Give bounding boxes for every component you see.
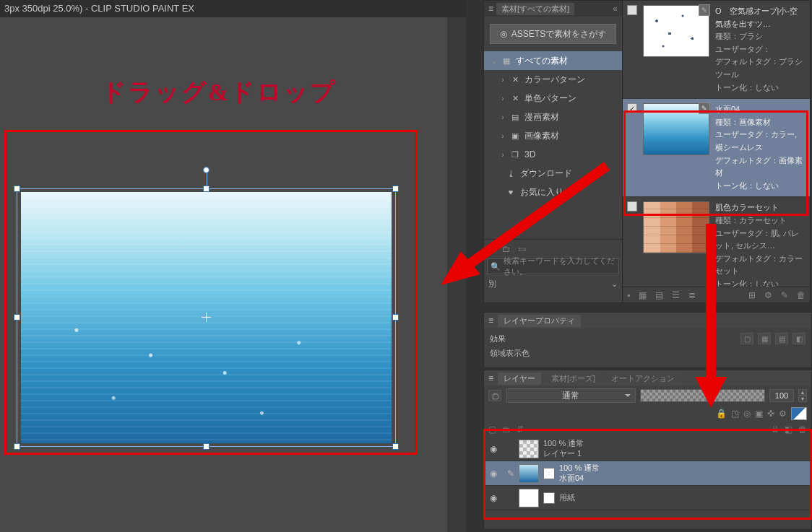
layers-header[interactable]: ≡ レイヤー 素材[ポーズ] オートアクション <box>484 370 811 386</box>
clip-icon[interactable]: ◳ <box>731 409 739 419</box>
effect-icons: ▢ ▦ ▤ ◧ <box>740 333 805 344</box>
meta-value: しない <box>755 83 779 92</box>
material-meta: O 空気感オーブ|小-空気感を出すツ… 種類：ブラシ ユーザータグ： デフォルト… <box>715 5 805 94</box>
search-icon: 🔍 <box>491 262 501 271</box>
download-icon: ⭳ <box>506 168 516 178</box>
expand-icon[interactable]: › <box>500 76 506 84</box>
assets-button-label: ASSETSで素材をさがす <box>511 28 606 40</box>
tree-item-image[interactable]: › ▣ 画像素材 <box>484 126 622 145</box>
expand-icon[interactable]: › <box>500 113 506 121</box>
blend-mode-label: 通常 <box>562 390 579 402</box>
opacity-value[interactable]: 100 <box>769 389 794 402</box>
material-item[interactable]: ✎ O 空気感オーブ|小-空気感を出すツ… 種類：ブラシ ユーザータグ： デフォ… <box>623 1 810 99</box>
meta-label: ユーザータグ： <box>715 45 771 53</box>
tree-label: 単色パターン <box>524 92 576 105</box>
material-footer-icons: ⎘ 🗀 ▭ <box>487 243 619 256</box>
expand-icon[interactable]: › <box>500 132 506 140</box>
material-panel-header[interactable]: ≡ 素材[すべての素材] « <box>484 1 622 17</box>
layer-property-tab[interactable]: レイヤープロパティ <box>498 315 581 327</box>
effect-color-icon[interactable]: ▤ <box>775 333 788 344</box>
badge-icon: ✎ <box>699 4 710 16</box>
view-small-icon[interactable]: ▪ <box>627 290 630 300</box>
material-checkbox[interactable] <box>627 5 637 94</box>
effect-tone-icon[interactable]: ▦ <box>758 333 771 344</box>
tree-label: すべての素材 <box>516 55 568 67</box>
folder-icon[interactable]: 🗀 <box>502 244 511 254</box>
view-med-icon[interactable]: ▦ <box>639 290 647 300</box>
window-title: 3px 350dpi 25.0%) - CLIP STUDIO PAINT EX <box>0 0 466 17</box>
color-indicator[interactable] <box>791 407 807 420</box>
tree-item-download[interactable]: ⭳ ダウンロード <box>484 164 622 183</box>
tree-item-manga[interactable]: › ▤ 漫画素材 <box>484 108 622 126</box>
material-filter-row[interactable]: 別 ⌄ <box>487 277 619 290</box>
tree-label: 画像素材 <box>524 130 559 142</box>
right-panels: ≡ 素材[すべての素材] « ◎ ASSETSで素材をさがす ⌄ ▦ すべての素… <box>479 0 812 532</box>
opacity-spinner[interactable]: ▲▼ <box>798 389 807 402</box>
meta-label: 種類： <box>715 216 739 224</box>
tree-label: お気に入り <box>520 186 563 199</box>
layers-tab[interactable]: レイヤー <box>498 372 541 385</box>
meta-label: デフォルトタグ： <box>715 57 779 66</box>
effect-border-icon[interactable]: ▢ <box>740 333 753 344</box>
tree-item-favorite[interactable]: ♥ お気に入り <box>484 183 622 201</box>
region-row: 領域表示色 <box>490 346 805 360</box>
tab-autoaction[interactable]: オートアクション <box>605 372 681 385</box>
view-large-icon[interactable]: ▤ <box>655 290 663 300</box>
rename-icon[interactable]: ✎ <box>781 290 788 300</box>
material-search[interactable]: 🔍 検索キーワードを入力してください。 <box>487 258 619 274</box>
ref-icon[interactable]: ◎ <box>743 409 751 419</box>
annotation-highlight-canvas <box>4 130 418 455</box>
meta-label: トーン化： <box>715 279 755 287</box>
meta-label: 種類： <box>715 32 739 40</box>
tab-pose[interactable]: 素材[ポーズ] <box>545 372 601 385</box>
tree-item-mono-pattern[interactable]: › ✕ 単色パターン <box>484 89 622 108</box>
material-thumbnail[interactable]: ✎ <box>643 5 709 57</box>
collapse-icon[interactable]: « <box>613 4 618 14</box>
expand-icon[interactable]: ⌄ <box>491 57 497 65</box>
material-tree-list[interactable]: ⌄ ▦ すべての素材 › ✕ カラーパターン › ✕ 単色パターン › ▤ <box>484 51 622 239</box>
up-icon[interactable]: ▲ <box>798 389 807 396</box>
menu-icon[interactable]: ≡ <box>488 373 493 383</box>
meta-value: カラーセット <box>739 216 787 224</box>
assets-search-button[interactable]: ◎ ASSETSで素材をさがす <box>490 24 616 44</box>
effect-extract-icon[interactable]: ◧ <box>792 333 805 344</box>
manga-icon: ▤ <box>510 112 520 122</box>
meta-label: デフォルトタグ： <box>715 254 779 263</box>
layer-property-header[interactable]: ≡ レイヤープロパティ <box>484 313 811 328</box>
expand-icon[interactable]: › <box>500 95 506 103</box>
lock-icon[interactable]: 🔒 <box>716 409 727 419</box>
gear-icon[interactable]: ⚙ <box>779 409 787 419</box>
expand-icon[interactable]: › <box>500 151 506 159</box>
tree-label: 3D <box>524 149 535 160</box>
prop-icon[interactable]: ⚙ <box>764 290 772 300</box>
assets-icon: ◎ <box>500 29 507 39</box>
pattern-icon: ✕ <box>510 74 520 84</box>
tree-label: ダウンロード <box>520 167 572 180</box>
image-icon: ▣ <box>510 131 520 141</box>
delete-icon[interactable]: 🗑 <box>797 290 805 300</box>
annotation-highlight-material <box>623 110 808 216</box>
menu-icon[interactable]: ≡ <box>488 315 493 326</box>
down-icon[interactable]: ▼ <box>798 396 807 402</box>
tree-item-color-pattern[interactable]: › ✕ カラーパターン <box>484 70 622 89</box>
mask-icon[interactable]: ▣ <box>755 409 763 419</box>
tree-label: カラーパターン <box>524 74 585 86</box>
blend-mode-select[interactable]: 通常 <box>506 388 636 403</box>
page-icon[interactable]: ▭ <box>518 244 526 254</box>
tree-item-all[interactable]: ⌄ ▦ すべての素材 <box>484 51 622 70</box>
opacity-slider[interactable] <box>640 389 765 402</box>
ruler-icon[interactable]: ✜ <box>767 409 774 419</box>
view-detail-icon[interactable]: ≣ <box>688 290 696 300</box>
filter-label: 別 <box>488 279 496 289</box>
tree-item-3d[interactable]: › ❒ 3D <box>484 145 622 164</box>
material-tree: ≡ 素材[すべての素材] « ◎ ASSETSで素材をさがす ⌄ ▦ すべての素… <box>484 1 623 302</box>
chevron-down-icon[interactable]: ⌄ <box>611 279 618 289</box>
layer-mode-btn[interactable]: ▢ <box>488 390 501 401</box>
new-icon[interactable]: ⊞ <box>748 290 756 300</box>
view-list-icon[interactable]: ☰ <box>672 290 680 300</box>
canvas-scrollbar-vertical[interactable] <box>447 17 466 532</box>
material-tab[interactable]: 素材[すべての素材] <box>496 3 574 15</box>
paste-icon[interactable]: ⎘ <box>490 244 495 254</box>
meta-label: トーン化： <box>715 83 755 92</box>
menu-icon[interactable]: ≡ <box>488 4 493 14</box>
